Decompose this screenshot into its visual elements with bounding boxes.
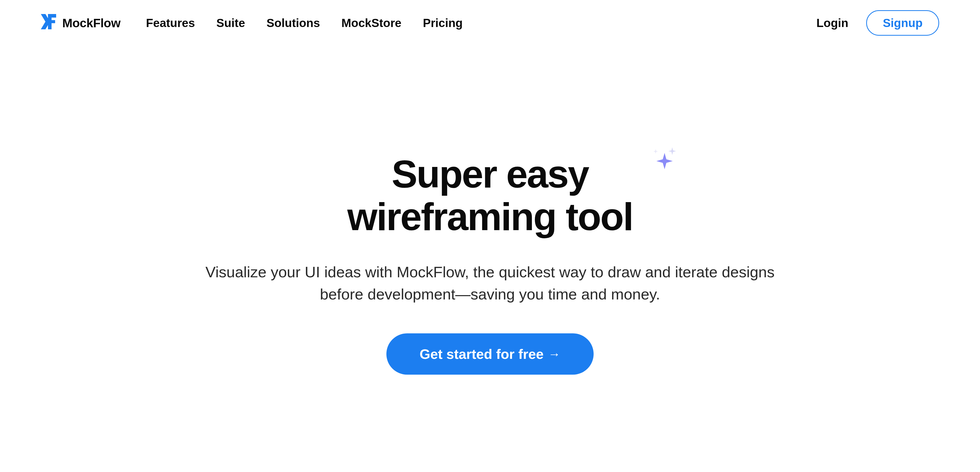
hero-section: Super easy wireframing tool Visualize yo… (0, 153, 980, 375)
hero-title-wrapper: Super easy wireframing tool (347, 153, 633, 238)
nav-features[interactable]: Features (146, 16, 195, 30)
auth-actions: Login Signup (816, 10, 939, 36)
logo-icon (41, 14, 59, 32)
logo[interactable]: MockFlow (41, 14, 121, 32)
main-nav: Features Suite Solutions MockStore Prici… (146, 16, 463, 30)
nav-mockstore[interactable]: MockStore (342, 16, 401, 30)
signup-button[interactable]: Signup (866, 10, 939, 36)
hero-subtitle: Visualize your UI ideas with MockFlow, t… (184, 261, 796, 305)
header: MockFlow Features Suite Solutions MockSt… (0, 0, 980, 36)
cta-label: Get started for free (420, 346, 544, 362)
hero-title-line2: wireframing tool (347, 195, 633, 238)
get-started-button[interactable]: Get started for free → (387, 333, 593, 375)
nav-pricing[interactable]: Pricing (423, 16, 463, 30)
arrow-right-icon: → (548, 347, 560, 361)
nav-solutions[interactable]: Solutions (266, 16, 320, 30)
sparkle-icon (651, 145, 679, 173)
hero-title-line1: Super easy (391, 152, 588, 196)
nav-suite[interactable]: Suite (216, 16, 245, 30)
logo-text: MockFlow (62, 16, 121, 30)
hero-title: Super easy wireframing tool (347, 153, 633, 238)
login-link[interactable]: Login (816, 16, 848, 30)
